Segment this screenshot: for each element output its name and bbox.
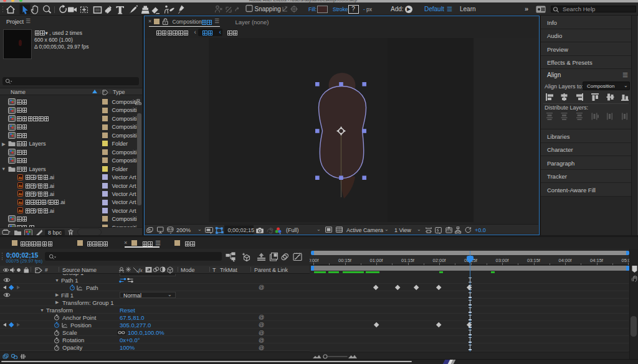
svg-text:Ai: Ai <box>19 184 22 188</box>
svg-text:fx: fx <box>138 267 143 273</box>
svg-text:Snapping: Snapping <box>255 6 281 12</box>
svg-text:Ai: Ai <box>19 192 22 196</box>
svg-text:Ai: Ai <box>19 175 22 179</box>
svg-text:Ai: Ai <box>19 209 22 213</box>
svg-text:Ai: Ai <box>19 200 22 204</box>
